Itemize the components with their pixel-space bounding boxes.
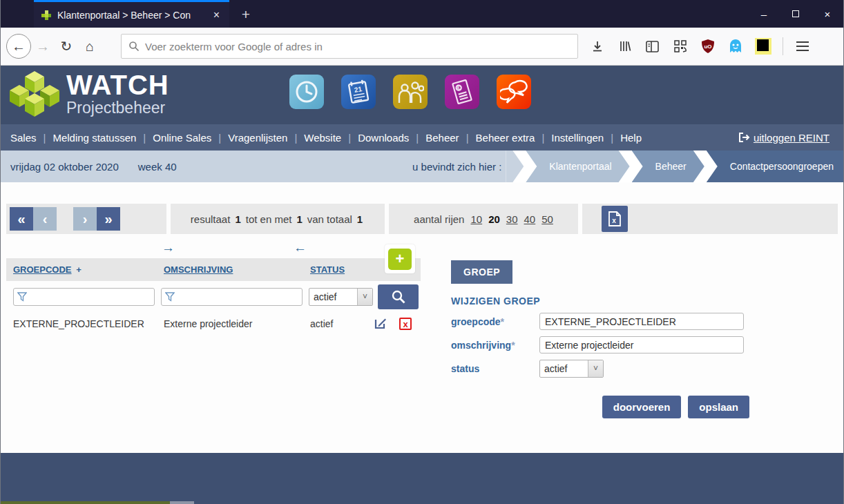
rows-option-20-active[interactable]: 20 xyxy=(488,213,500,225)
column-header-groepcode[interactable]: GROEPCODE xyxy=(13,264,72,275)
nav-item-instellingen[interactable]: Instellingen xyxy=(544,132,611,144)
main-nav: Sales | Melding statussen | Online Sales… xyxy=(1,124,843,151)
last-page-button[interactable]: » xyxy=(97,207,120,231)
omschrijving-field-row: omschrijving* xyxy=(451,336,752,353)
extension-square-icon[interactable] xyxy=(752,36,774,57)
previous-page-button[interactable]: ‹ xyxy=(33,207,57,231)
groepcode-field[interactable] xyxy=(539,313,744,330)
nav-item-beheer[interactable]: Beheer xyxy=(419,132,466,144)
save-button[interactable]: opslaan xyxy=(688,396,749,418)
breadcrumb-contactpersoongroepen[interactable]: Contactpersoongroepen xyxy=(707,151,843,182)
export-excel-button[interactable]: x xyxy=(602,206,628,232)
url-bar[interactable] xyxy=(121,34,578,59)
logout-link[interactable]: uitloggen REINT xyxy=(738,132,829,144)
omschrijving-filter-input[interactable] xyxy=(161,288,303,306)
rows-option-40[interactable]: 40 xyxy=(524,213,536,225)
tab-close-icon[interactable]: × xyxy=(211,9,222,21)
back-button[interactable]: ← xyxy=(6,34,31,59)
search-button[interactable] xyxy=(378,284,419,309)
ghostery-ghost-icon[interactable] xyxy=(725,36,746,57)
cell-groepcode: EXTERNE_PROJECTLEIDER xyxy=(13,318,164,329)
svg-text:uO: uO xyxy=(704,43,711,50)
edit-pencil-icon xyxy=(374,316,387,330)
footer-accent-strip-gray xyxy=(170,501,194,504)
qr-code-icon[interactable] xyxy=(669,36,691,57)
delete-row-button[interactable]: x xyxy=(399,318,412,330)
browser-window: Klantenportaal > Beheer > Con × + – × ← … xyxy=(0,0,844,504)
library-icon[interactable] xyxy=(614,36,635,57)
new-tab-button[interactable]: + xyxy=(236,4,256,25)
add-group-button[interactable]: + xyxy=(385,244,415,273)
calendar-icon[interactable]: 21 xyxy=(341,75,376,109)
nav-item-sales[interactable]: Sales xyxy=(10,132,44,144)
status-bar: vrijdag 02 oktober 2020 week 40 u bevind… xyxy=(1,151,843,182)
first-page-button[interactable]: « xyxy=(10,207,33,231)
invoice-euro-icon[interactable]: € xyxy=(445,75,479,109)
next-page-button[interactable]: › xyxy=(73,207,97,231)
apply-button[interactable]: doorvoeren xyxy=(602,396,682,418)
maximize-button[interactable] xyxy=(780,0,812,28)
export-section: x xyxy=(582,204,838,234)
toolbar-divider xyxy=(783,37,783,55)
result-prefix: resultaat xyxy=(191,213,231,225)
time-clock-icon[interactable] xyxy=(289,75,324,109)
sort-indicator[interactable]: + xyxy=(76,264,81,275)
watch-logo-icon[interactable] xyxy=(6,67,63,126)
edit-row-button[interactable] xyxy=(374,316,387,332)
move-column-left-icon[interactable]: ← xyxy=(294,240,307,255)
rows-option-30[interactable]: 30 xyxy=(506,213,518,225)
close-button[interactable]: × xyxy=(812,0,843,28)
nav-item-website[interactable]: Website xyxy=(297,132,348,144)
toolbar-extensions: uO xyxy=(586,36,813,57)
filter-funnel-icon xyxy=(17,292,27,302)
minimize-button[interactable]: – xyxy=(748,0,780,28)
chevron-down-icon: ˅ xyxy=(588,360,603,377)
status-filter-value: actief xyxy=(309,291,357,302)
contacts-people-icon[interactable] xyxy=(393,75,428,109)
logout-icon xyxy=(738,132,750,143)
browser-tab[interactable]: Klantenportaal > Beheer > Con × xyxy=(34,0,229,28)
table-row: EXTERNE_PROJECTLEIDER Externe projectlei… xyxy=(6,314,421,333)
forward-button[interactable]: → xyxy=(31,35,55,58)
ublock-shield-icon[interactable]: uO xyxy=(697,36,718,57)
address-input[interactable] xyxy=(145,41,570,52)
column-header-omschrijving[interactable]: OMSCHRIJVING xyxy=(164,264,233,275)
status-select[interactable]: actief ˅ xyxy=(539,360,604,378)
omschrijving-filter xyxy=(161,288,303,306)
column-header-status[interactable]: STATUS xyxy=(310,264,345,275)
nav-item-downloads[interactable]: Downloads xyxy=(351,132,416,144)
nav-item-online-sales[interactable]: Online Sales xyxy=(146,132,218,144)
nav-item-beheer-extra[interactable]: Beheer extra xyxy=(469,132,542,144)
nav-item-help[interactable]: Help xyxy=(613,132,649,144)
form-heading: WIJZIGEN GROEP xyxy=(451,295,752,307)
status-label: status xyxy=(451,363,539,374)
nav-item-melding-statussen[interactable]: Melding statussen xyxy=(46,132,143,144)
breadcrumb-label: u bevindt zich hier : xyxy=(412,161,506,173)
result-total: 1 xyxy=(357,213,363,225)
breadcrumb: u bevindt zich hier : Klantenportaal Beh… xyxy=(412,151,843,182)
menu-icon[interactable] xyxy=(792,37,813,55)
rows-option-10[interactable]: 10 xyxy=(470,213,482,225)
groups-table: → ← + GROEPCODE + OMSCHRIJVING STATUS xyxy=(6,240,421,333)
watch-favicon-icon xyxy=(41,10,52,21)
sidebar-icon[interactable] xyxy=(642,36,663,57)
logout-label: uitloggen REINT xyxy=(754,132,829,144)
status-filter-select[interactable]: actief ˅ xyxy=(309,288,373,306)
move-column-right-icon[interactable]: → xyxy=(162,240,175,255)
group-detail-panel: GROEP WIJZIGEN GROEP groepcode* omschrij… xyxy=(451,260,752,418)
filter-funnel-icon xyxy=(165,292,175,302)
pagination-buttons: « ‹ › » xyxy=(6,204,166,234)
groepcode-filter xyxy=(13,288,155,306)
reload-button[interactable]: ↻ xyxy=(55,35,78,58)
rows-option-50[interactable]: 50 xyxy=(541,213,553,225)
tab-groep[interactable]: GROEP xyxy=(451,260,512,284)
groepcode-filter-input[interactable] xyxy=(13,288,155,306)
breadcrumb-beheer[interactable]: Beheer xyxy=(632,151,704,182)
omschrijving-field[interactable] xyxy=(539,336,744,353)
download-icon[interactable] xyxy=(586,36,608,57)
chat-bubbles-icon[interactable] xyxy=(497,75,531,109)
nav-item-vragenlijsten[interactable]: Vragenlijsten xyxy=(221,132,294,144)
result-suffix: van totaal xyxy=(307,213,352,225)
home-button[interactable]: ⌂ xyxy=(78,35,102,58)
breadcrumb-klantenportaal[interactable]: Klantenportaal xyxy=(526,151,629,182)
